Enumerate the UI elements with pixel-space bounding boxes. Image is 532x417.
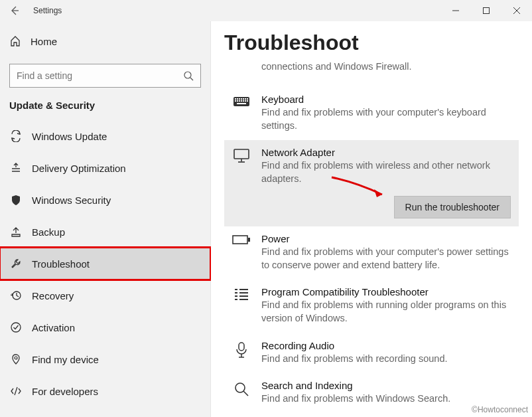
ts-item-partial[interactable]: connections and Windows Firewall. (224, 59, 519, 87)
sidebar-item-find-my-device[interactable]: Find my device (0, 343, 210, 375)
location-icon (9, 353, 23, 365)
svg-rect-26 (234, 149, 249, 159)
sidebar-item-troubleshoot[interactable]: Troubleshoot (0, 248, 210, 280)
sidebar-item-label: Find my device (32, 354, 99, 365)
svg-rect-20 (239, 100, 240, 102)
svg-line-6 (190, 78, 193, 80)
svg-rect-12 (237, 98, 238, 100)
ts-desc: connections and Windows Firewall. (261, 60, 511, 74)
svg-point-8 (11, 323, 21, 332)
svg-rect-25 (237, 103, 246, 104)
ts-title: Network Adapter (261, 147, 511, 158)
window-title: Settings (33, 6, 62, 15)
sidebar-item-delivery-optimization[interactable]: Delivery Optimization (0, 152, 210, 184)
sidebar-item-label: Delivery Optimization (32, 163, 126, 174)
sidebar-item-windows-security[interactable]: Windows Security (0, 184, 210, 216)
sidebar-item-recovery[interactable]: Recovery (0, 280, 210, 311)
minimize-button[interactable] (440, 0, 471, 21)
ts-item-network-adapter[interactable]: Network Adapter Find and fix problems wi… (224, 140, 519, 226)
developer-icon (9, 385, 23, 397)
sidebar-item-label: Troubleshoot (32, 258, 90, 270)
sidebar-nav: Windows Update Delivery Optimization Win… (0, 120, 210, 407)
sidebar-item-for-developers[interactable]: For developers (0, 375, 210, 407)
run-troubleshooter-button[interactable]: Run the troubleshooter (394, 196, 511, 218)
ts-item-recording-audio[interactable]: Recording Audio Find and fix problems wi… (224, 333, 519, 374)
svg-rect-18 (235, 100, 236, 102)
svg-rect-16 (245, 98, 246, 100)
svg-rect-23 (245, 100, 246, 102)
sidebar: Home Update & Security Windows Update De… (0, 21, 211, 417)
svg-rect-24 (247, 100, 248, 102)
sidebar-item-label: Backup (32, 226, 65, 238)
history-icon (9, 290, 23, 301)
sidebar-section-title: Update & Security (0, 100, 210, 120)
sidebar-item-label: Activation (32, 322, 75, 333)
sidebar-item-backup[interactable]: Backup (0, 216, 210, 248)
ts-item-power[interactable]: Power Find and fix problems with your co… (224, 226, 519, 280)
page-title: Troubleshoot (224, 31, 519, 55)
main-content: Troubleshoot connections and Windows Fir… (211, 21, 532, 417)
check-circle-icon (9, 321, 23, 333)
ts-title: Program Compatibility Troubleshooter (261, 286, 511, 297)
svg-rect-39 (239, 343, 244, 351)
back-button[interactable] (0, 0, 29, 21)
sync-icon (9, 130, 23, 142)
ts-title: Power (261, 233, 511, 244)
nav-home-label: Home (31, 36, 57, 47)
svg-rect-11 (235, 98, 236, 100)
close-icon (513, 7, 520, 14)
ts-desc: Find and fix problems with running older… (261, 299, 511, 325)
sidebar-item-label: Windows Security (32, 195, 111, 206)
keyboard-icon (232, 95, 251, 114)
sidebar-item-label: For developers (32, 386, 98, 397)
svg-rect-29 (233, 236, 247, 244)
sidebar-item-label: Recovery (32, 290, 74, 301)
ts-desc: Find and fix problems with Windows Searc… (261, 392, 511, 406)
maximize-icon (483, 7, 490, 14)
ts-desc: Find and fix problems with recording sou… (261, 353, 511, 366)
ts-desc: Find and fix problems with your computer… (261, 106, 511, 132)
monitor-icon (232, 148, 251, 167)
watermark: ©Howtoconnect (472, 405, 528, 414)
sidebar-item-label: Windows Update (32, 131, 107, 142)
ts-title: Search and Indexing (261, 380, 511, 391)
svg-rect-30 (248, 238, 250, 242)
svg-rect-13 (239, 98, 240, 100)
svg-rect-22 (243, 100, 244, 102)
search-box[interactable] (9, 64, 201, 88)
sidebar-item-activation[interactable]: Activation (0, 311, 210, 343)
wrench-icon (9, 258, 23, 270)
svg-rect-19 (237, 100, 238, 102)
ts-desc: Find and fix problems with wireless and … (261, 159, 511, 185)
sidebar-item-windows-update[interactable]: Windows Update (0, 120, 210, 152)
microphone-icon (232, 341, 251, 360)
troubleshoot-list: connections and Windows Firewall. Keyboa… (224, 59, 519, 414)
svg-point-9 (15, 357, 17, 359)
svg-rect-14 (241, 98, 242, 100)
ts-item-program-compatibility[interactable]: Program Compatibility Troubleshooter Fin… (224, 280, 519, 333)
battery-icon (232, 234, 251, 253)
maximize-button[interactable] (471, 0, 501, 21)
ts-title: Keyboard (261, 94, 511, 105)
ts-title: Recording Audio (261, 340, 511, 351)
svg-rect-21 (241, 100, 242, 102)
svg-rect-2 (484, 8, 490, 14)
close-button[interactable] (501, 0, 532, 21)
svg-rect-15 (243, 98, 244, 100)
arrow-left-icon (9, 5, 20, 16)
home-icon (9, 35, 21, 47)
list-icon (232, 288, 251, 306)
delivery-icon (9, 162, 23, 174)
network-icon (232, 60, 251, 79)
svg-point-42 (235, 383, 245, 392)
nav-home[interactable]: Home (0, 25, 210, 57)
search-icon (232, 381, 251, 400)
svg-line-43 (243, 391, 248, 396)
ts-desc: Find and fix problems with your computer… (261, 246, 511, 272)
backup-icon (9, 226, 23, 238)
svg-point-5 (184, 72, 191, 78)
search-input[interactable] (17, 70, 183, 81)
svg-rect-17 (247, 98, 248, 100)
search-icon (183, 70, 194, 81)
ts-item-keyboard[interactable]: Keyboard Find and fix problems with your… (224, 87, 519, 140)
